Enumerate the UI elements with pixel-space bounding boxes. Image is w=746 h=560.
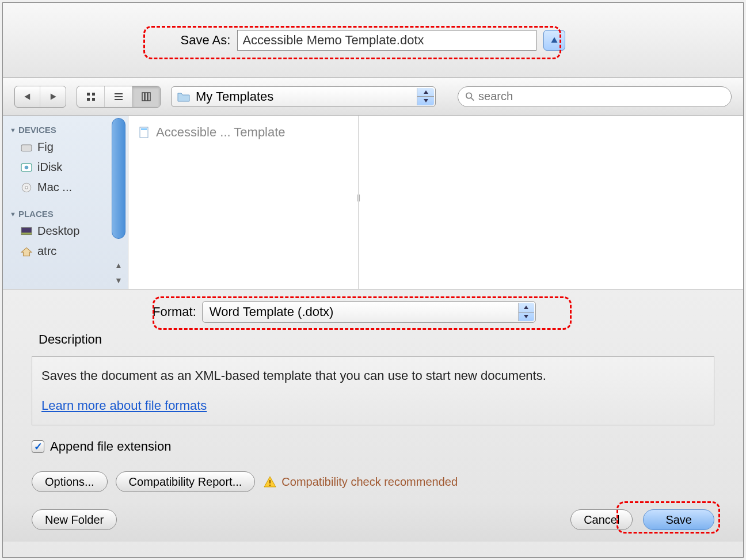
svg-rect-5 bbox=[87, 98, 90, 101]
svg-marker-0 bbox=[551, 37, 558, 43]
columns-icon bbox=[141, 92, 151, 102]
append-ext-label: Append file extension bbox=[50, 439, 171, 454]
format-row: Format: Word Template (.dotx) bbox=[32, 301, 714, 323]
options-button[interactable]: Options... bbox=[32, 471, 108, 492]
sidebar-places-header: ▼PLACES bbox=[6, 207, 124, 221]
save-as-row: Save As: bbox=[181, 30, 566, 51]
location-stepper[interactable] bbox=[417, 88, 434, 105]
location-dropdown[interactable]: My Templates bbox=[171, 86, 436, 107]
sidebar-scrollbar[interactable]: ▲ ▼ bbox=[111, 117, 127, 288]
learn-more-link[interactable]: Learn more about file formats bbox=[41, 398, 705, 413]
document-icon bbox=[138, 126, 150, 139]
file-column-1: Accessible ... Template || bbox=[128, 116, 359, 289]
footer-row: New Folder Cancel Save bbox=[3, 501, 743, 542]
column-splitter-icon[interactable]: || bbox=[357, 193, 360, 201]
nav-buttons bbox=[14, 86, 66, 108]
save-button[interactable]: Save bbox=[643, 509, 714, 530]
compat-report-button[interactable]: Compatibility Report... bbox=[116, 471, 256, 492]
sidebar-item-desktop[interactable]: Desktop bbox=[6, 221, 124, 241]
folder-icon bbox=[176, 91, 191, 102]
svg-line-16 bbox=[471, 97, 474, 100]
scroll-up-icon[interactable]: ▲ bbox=[111, 258, 127, 273]
save-as-section: Save As: bbox=[3, 3, 743, 78]
svg-marker-13 bbox=[424, 90, 428, 94]
new-folder-button[interactable]: New Folder bbox=[32, 509, 117, 530]
description-box: Saves the document as an XML-based templ… bbox=[32, 356, 714, 425]
triangle-right-icon bbox=[49, 93, 57, 101]
file-item-template[interactable]: Accessible ... Template bbox=[135, 123, 351, 142]
grid-icon bbox=[86, 92, 96, 102]
collapse-button[interactable] bbox=[543, 30, 565, 51]
list-icon bbox=[113, 92, 124, 102]
append-ext-checkbox[interactable] bbox=[32, 440, 44, 453]
svg-rect-3 bbox=[87, 93, 90, 96]
svg-marker-1 bbox=[24, 93, 30, 100]
home-icon bbox=[20, 246, 33, 257]
svg-marker-26 bbox=[21, 247, 32, 256]
format-stepper[interactable] bbox=[518, 303, 534, 321]
svg-rect-17 bbox=[21, 144, 32, 151]
options-row: Options... Compatibility Report... Compa… bbox=[32, 468, 714, 496]
idisk-icon bbox=[20, 162, 33, 173]
svg-rect-11 bbox=[145, 93, 147, 101]
drive-icon bbox=[20, 142, 33, 153]
back-button[interactable] bbox=[15, 86, 40, 107]
svg-rect-7 bbox=[115, 93, 123, 94]
svg-marker-30 bbox=[524, 315, 528, 318]
stepper-up-icon bbox=[417, 88, 434, 97]
forward-button[interactable] bbox=[40, 86, 66, 107]
svg-rect-4 bbox=[92, 93, 95, 96]
cancel-button[interactable]: Cancel bbox=[570, 509, 633, 530]
format-dropdown[interactable]: Word Template (.dotx) bbox=[202, 301, 536, 323]
icon-view-button[interactable] bbox=[77, 86, 105, 107]
search-icon bbox=[465, 92, 475, 102]
svg-rect-12 bbox=[148, 93, 150, 101]
svg-rect-8 bbox=[115, 96, 123, 97]
view-buttons bbox=[77, 86, 161, 108]
append-ext-row: Append file extension bbox=[32, 435, 714, 459]
sidebar-item-atrc[interactable]: atrc bbox=[6, 241, 124, 261]
svg-rect-33 bbox=[269, 485, 271, 486]
compat-warning: Compatibility check recommended bbox=[263, 475, 458, 489]
save-as-input[interactable] bbox=[237, 30, 536, 51]
svg-point-19 bbox=[25, 165, 29, 169]
file-column-2 bbox=[359, 116, 743, 289]
search-box[interactable] bbox=[458, 86, 732, 107]
save-dialog: Save As: My Templates bbox=[2, 2, 744, 558]
svg-rect-32 bbox=[269, 480, 271, 483]
format-label: Format: bbox=[153, 304, 196, 319]
warning-icon bbox=[263, 475, 277, 488]
svg-marker-14 bbox=[424, 99, 428, 102]
svg-marker-29 bbox=[524, 306, 528, 309]
list-view-button[interactable] bbox=[105, 86, 132, 107]
stepper-down-icon bbox=[519, 313, 534, 322]
browser-toolbar: My Templates bbox=[3, 78, 743, 116]
sidebar-item-fig[interactable]: Fig bbox=[6, 137, 124, 157]
sidebar-item-idisk[interactable]: iDisk bbox=[6, 157, 124, 177]
column-view-button[interactable] bbox=[132, 86, 160, 107]
file-browser: ▼DEVICES Fig iDisk Mac ... ▼PLACES Deskt… bbox=[3, 116, 743, 289]
triangle-up-icon bbox=[550, 36, 558, 44]
footer-right: Cancel Save bbox=[570, 509, 714, 530]
scroll-down-icon[interactable]: ▼ bbox=[111, 273, 127, 288]
sidebar: ▼DEVICES Fig iDisk Mac ... ▼PLACES Deskt… bbox=[3, 116, 128, 289]
svg-point-15 bbox=[466, 93, 471, 98]
search-input[interactable] bbox=[478, 90, 724, 103]
description-text: Saves the document as an XML-based templ… bbox=[41, 368, 705, 383]
svg-marker-2 bbox=[51, 93, 56, 100]
svg-point-21 bbox=[25, 186, 28, 188]
sidebar-devices-header: ▼DEVICES bbox=[6, 123, 124, 137]
save-as-label: Save As: bbox=[181, 33, 231, 48]
description-label: Description bbox=[32, 332, 714, 347]
scrollbar-thumb[interactable] bbox=[112, 118, 125, 239]
stepper-down-icon bbox=[417, 97, 434, 105]
format-section: Format: Word Template (.dotx) Descriptio… bbox=[3, 289, 743, 501]
sidebar-item-mac[interactable]: Mac ... bbox=[6, 177, 124, 197]
svg-rect-6 bbox=[92, 98, 95, 101]
triangle-left-icon bbox=[24, 93, 32, 101]
svg-rect-28 bbox=[141, 128, 147, 130]
location-label: My Templates bbox=[196, 89, 273, 104]
stepper-up-icon bbox=[519, 303, 534, 313]
disc-icon bbox=[20, 182, 33, 193]
svg-rect-9 bbox=[115, 99, 123, 100]
